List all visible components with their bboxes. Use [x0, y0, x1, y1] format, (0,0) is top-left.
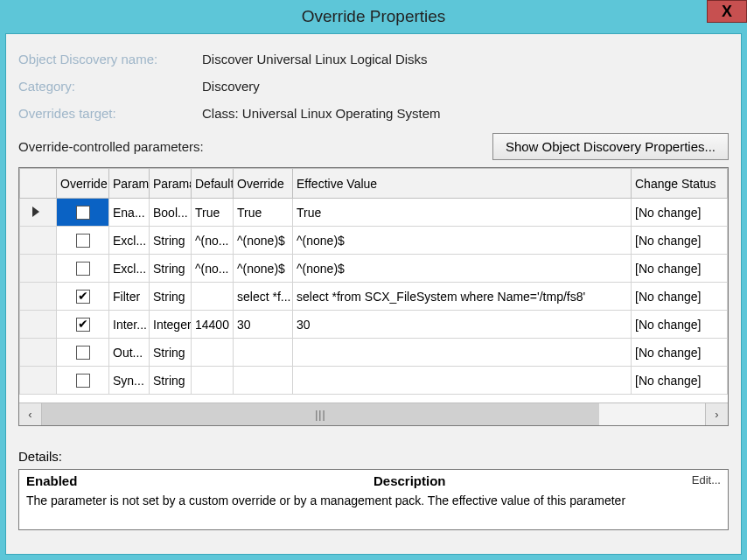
meta-target: Overrides target: Class: Universal Linux…	[18, 106, 729, 121]
override-value-cell[interactable]	[234, 339, 293, 367]
meta-category: Category: Discovery	[18, 79, 729, 94]
show-properties-button[interactable]: Show Object Discovery Properties...	[492, 133, 729, 160]
default-value-cell	[192, 283, 234, 311]
row-header-cell[interactable]	[20, 227, 57, 255]
default-value-cell: ^(no...	[192, 255, 234, 283]
close-button[interactable]: X	[707, 0, 747, 23]
details-text: The parameter is not set by a custom ove…	[26, 494, 721, 509]
effective-value-cell[interactable]: ^(none)$	[293, 255, 632, 283]
table-row[interactable]: Syn...String[No change]	[20, 367, 728, 395]
scroll-thumb[interactable]: |||	[42, 403, 599, 425]
row-header-cell[interactable]	[20, 339, 57, 367]
table-row[interactable]: Inter...Integer144003030[No change]	[20, 311, 728, 339]
override-checkbox-cell[interactable]	[57, 255, 109, 283]
change-status-cell: [No change]	[632, 199, 728, 227]
details-panel: Enabled Description Edit... The paramete…	[18, 469, 729, 530]
override-value-cell[interactable]	[234, 367, 293, 395]
row-header-cell[interactable]	[20, 283, 57, 311]
param-name-cell: Ena...	[109, 199, 150, 227]
scroll-grip-icon: |||	[315, 409, 325, 421]
effective-value-cell[interactable]: True	[293, 199, 632, 227]
param-type-cell: String	[150, 227, 192, 255]
table-row[interactable]: Excl...String^(no...^(none)$^(none)$[No …	[20, 255, 728, 283]
row-header-cell[interactable]	[20, 199, 57, 227]
change-status-cell: [No change]	[632, 311, 728, 339]
effective-value-cell[interactable]	[293, 339, 632, 367]
default-value-cell: 14400	[192, 311, 234, 339]
scroll-left-button[interactable]: ‹	[19, 403, 42, 425]
scroll-right-button[interactable]: ›	[705, 403, 728, 425]
override-value-cell[interactable]: ^(none)$	[234, 227, 293, 255]
effective-value-cell[interactable]: select *from SCX_FileSystem where Name='…	[293, 283, 632, 311]
override-value-cell[interactable]: True	[234, 199, 293, 227]
current-row-pointer-icon	[32, 206, 39, 217]
target-value: Class: Universal Linux Operating System	[202, 106, 441, 121]
object-discovery-value: Discover Universal Linux Logical Disks	[202, 52, 428, 66]
table-row[interactable]: Out...String[No change]	[20, 339, 728, 367]
change-status-cell: [No change]	[632, 339, 728, 367]
override-checkbox-cell[interactable]	[57, 199, 109, 227]
header-rowselector[interactable]	[20, 169, 57, 199]
header-param-name[interactable]: Paramε	[109, 169, 150, 199]
header-default-value[interactable]: Default	[192, 169, 234, 199]
category-label: Category:	[18, 79, 202, 94]
table-row[interactable]: Ena...Bool...TrueTrueTrue[No change]	[20, 199, 728, 227]
category-value: Discovery	[202, 79, 260, 94]
horizontal-scrollbar[interactable]: ‹ ||| ›	[19, 402, 728, 425]
default-value-cell	[192, 339, 234, 367]
change-status-cell: [No change]	[632, 367, 728, 395]
header-override-value[interactable]: Override	[234, 169, 293, 199]
override-checkbox-cell[interactable]	[57, 283, 109, 311]
change-status-cell: [No change]	[632, 227, 728, 255]
scroll-track[interactable]: |||	[42, 403, 705, 425]
default-value-cell: ^(no...	[192, 227, 234, 255]
param-name-cell: Inter...	[109, 311, 150, 339]
override-checkbox-cell[interactable]	[57, 227, 109, 255]
override-value-cell[interactable]: 30	[234, 311, 293, 339]
effective-value-cell[interactable]: 30	[293, 311, 632, 339]
header-override[interactable]: Override	[57, 169, 109, 199]
effective-value-cell[interactable]	[293, 367, 632, 395]
dialog-body: Object Discovery name: Discover Universa…	[5, 33, 742, 555]
close-icon: X	[722, 3, 732, 21]
details-label: Details:	[18, 449, 729, 464]
default-value-cell: True	[192, 199, 234, 227]
row-header-cell[interactable]	[20, 311, 57, 339]
default-value-cell	[192, 367, 234, 395]
param-type-cell: Bool...	[150, 199, 192, 227]
override-checkbox-cell[interactable]	[57, 367, 109, 395]
target-label: Overrides target:	[18, 106, 202, 121]
header-change-status[interactable]: Change Status	[632, 169, 728, 199]
effective-value-cell[interactable]: ^(none)$	[293, 227, 632, 255]
details-edit-link[interactable]: Edit...	[692, 473, 721, 488]
override-checkbox[interactable]	[76, 262, 90, 276]
param-name-cell: Out...	[109, 339, 150, 367]
row-header-cell[interactable]	[20, 255, 57, 283]
row-header-cell[interactable]	[20, 367, 57, 395]
override-value-cell[interactable]: ^(none)$	[234, 255, 293, 283]
meta-object-discovery: Object Discovery name: Discover Universa…	[18, 52, 729, 66]
table-row[interactable]: FilterStringselect *f...select *from SCX…	[20, 283, 728, 311]
header-effective-value[interactable]: Effective Value	[293, 169, 632, 199]
override-checkbox-cell[interactable]	[57, 311, 109, 339]
override-checkbox[interactable]	[76, 318, 90, 332]
header-param-type[interactable]: Paramε	[150, 169, 192, 199]
param-name-cell: Excl...	[109, 255, 150, 283]
override-checkbox[interactable]	[76, 346, 90, 360]
table-header-row: Override Paramε Paramε Default Override …	[20, 169, 728, 199]
override-value-cell[interactable]: select *f...	[234, 283, 293, 311]
param-name-cell: Excl...	[109, 227, 150, 255]
parameters-table: Override Paramε Paramε Default Override …	[19, 168, 728, 395]
change-status-cell: [No change]	[632, 283, 728, 311]
param-name-cell: Filter	[109, 283, 150, 311]
titlebar: Override Properties X	[0, 0, 747, 33]
parameters-grid: Override Paramε Paramε Default Override …	[18, 167, 729, 426]
param-name-cell: Syn...	[109, 367, 150, 395]
table-row[interactable]: Excl...String^(no...^(none)$^(none)$[No …	[20, 227, 728, 255]
override-checkbox[interactable]	[76, 374, 90, 388]
override-checkbox[interactable]	[76, 290, 90, 304]
override-checkbox-cell[interactable]	[57, 339, 109, 367]
override-checkbox[interactable]	[76, 206, 90, 220]
param-type-cell: String	[150, 367, 192, 395]
override-checkbox[interactable]	[76, 234, 90, 248]
